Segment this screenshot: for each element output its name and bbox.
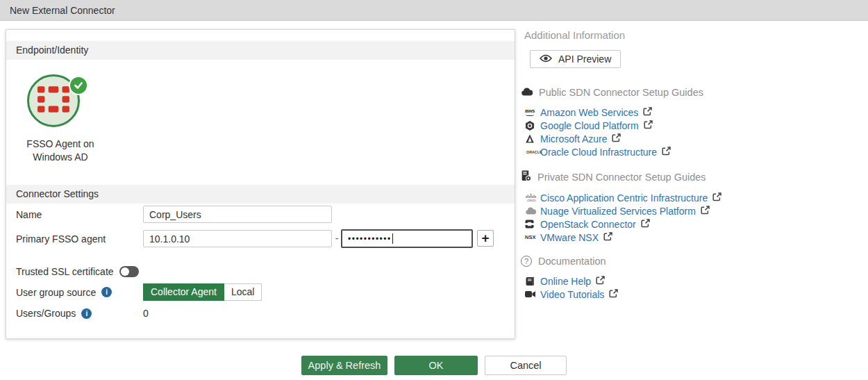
name-label: Name	[16, 206, 42, 223]
window-titlebar: New External Connector	[0, 0, 868, 21]
external-link-icon	[712, 192, 721, 204]
private-sdn-guides-header: Private SDN Connector Setup Guides	[519, 170, 860, 183]
documentation-links: Online Help Video Tutorials	[519, 274, 860, 301]
book-icon	[525, 276, 540, 286]
link-amazon-web-services[interactable]: aws Amazon Web Services	[519, 106, 860, 119]
fsso-agent-card-label: FSSO Agent on Windows AD	[6, 138, 115, 164]
selected-check-icon	[69, 76, 88, 95]
external-link-icon	[641, 218, 650, 231]
cancel-button[interactable]: Cancel	[485, 356, 567, 375]
form-action-bar: Apply & Refresh OK Cancel	[0, 356, 868, 375]
api-preview-button[interactable]: API Preview	[530, 50, 621, 68]
trusted-ssl-label: Trusted SSL certificate	[16, 266, 114, 277]
external-link-icon	[701, 205, 710, 217]
user-group-source-row: User group source i	[16, 283, 112, 301]
ok-button[interactable]: OK	[394, 356, 478, 375]
name-input[interactable]	[143, 206, 332, 223]
link-nuage-vsp[interactable]: Nuage Virtualized Services Platform	[519, 204, 860, 217]
oracle-icon: ORACLE	[525, 150, 540, 154]
info-icon[interactable]: i	[81, 308, 92, 319]
external-link-icon	[596, 275, 605, 288]
link-video-tutorials[interactable]: Video Tutorials	[519, 288, 860, 301]
user-group-source-label: User group source	[16, 287, 96, 298]
toggle-knob	[121, 267, 129, 276]
link-google-cloud-platform[interactable]: Google Cloud Platform	[519, 119, 860, 132]
external-link-icon	[643, 106, 652, 119]
google-cloud-icon	[525, 121, 540, 131]
apply-refresh-button[interactable]: Apply & Refresh	[301, 356, 387, 375]
video-camera-icon	[525, 290, 540, 298]
users-groups-row: Users/Groups i	[16, 306, 92, 320]
users-groups-label: Users/Groups	[16, 308, 76, 319]
aws-icon: aws	[525, 108, 540, 116]
external-link-icon	[609, 288, 618, 301]
link-microsoft-azure[interactable]: Microsoft Azure	[519, 132, 860, 145]
fortinet-logo-icon	[37, 86, 69, 115]
external-link-icon	[612, 133, 621, 145]
link-openstack-connector[interactable]: OpenStack Connector	[519, 217, 860, 231]
api-preview-label: API Preview	[558, 53, 611, 65]
fsso-password-input[interactable]: •••••••••••	[341, 229, 473, 248]
openstack-icon	[525, 220, 540, 229]
cisco-icon: cisco	[525, 193, 540, 202]
additional-information-title: Additional Information	[524, 29, 860, 41]
text-cursor	[392, 233, 393, 244]
public-sdn-guides-header: Public SDN Connector Setup Guides	[519, 87, 860, 98]
ip-password-separator: -	[334, 230, 340, 247]
private-sdn-links: cisco Cisco Application Centric Infrastr…	[519, 191, 860, 244]
cloud-icon	[521, 87, 533, 98]
collector-agent-option[interactable]: Collector Agent	[143, 283, 224, 301]
password-masked-value: •••••••••••	[348, 234, 392, 244]
server-gear-icon	[521, 170, 531, 183]
external-link-icon	[662, 146, 671, 158]
link-oracle-cloud-infrastructure[interactable]: ORACLE Oracle Cloud Infrastructure	[519, 145, 860, 158]
trusted-ssl-toggle[interactable]	[119, 266, 139, 277]
user-group-source-segmented: Collector Agent Local	[143, 283, 262, 301]
question-mark-icon: ?	[521, 256, 532, 267]
link-vmware-nsx[interactable]: NSX VMware NSX	[519, 231, 860, 244]
trusted-ssl-row: Trusted SSL certificate	[16, 265, 139, 279]
connector-form-panel: Endpoint/Identity FSSO Agent on Windows …	[6, 29, 515, 339]
primary-fsso-agent-label: Primary FSSO agent	[16, 230, 106, 247]
svg-text:cisco: cisco	[527, 198, 535, 202]
documentation-header: ? Documentation	[519, 256, 860, 267]
additional-information-panel: Additional Information API Preview Publi…	[519, 29, 860, 301]
public-sdn-links: aws Amazon Web Services Google Cloud Pla…	[519, 106, 860, 158]
link-cisco-aci[interactable]: cisco Cisco Application Centric Infrastr…	[519, 191, 860, 204]
external-link-icon	[603, 231, 612, 244]
nsx-icon: NSX	[525, 234, 540, 240]
primary-fsso-agent-ip-input[interactable]	[143, 230, 332, 247]
external-link-icon	[644, 119, 653, 132]
page-title: New External Connector	[0, 0, 868, 21]
nuage-cloud-icon	[525, 207, 540, 215]
azure-icon	[525, 134, 540, 143]
section-header-endpoint-identity: Endpoint/Identity	[6, 41, 515, 60]
link-online-help[interactable]: Online Help	[519, 274, 860, 288]
info-icon[interactable]: i	[101, 287, 112, 297]
add-fsso-agent-button[interactable]: +	[477, 230, 494, 247]
local-option[interactable]: Local	[224, 283, 262, 301]
section-header-connector-settings: Connector Settings	[6, 185, 515, 204]
users-groups-count: 0	[143, 308, 149, 319]
eye-icon	[540, 53, 552, 65]
